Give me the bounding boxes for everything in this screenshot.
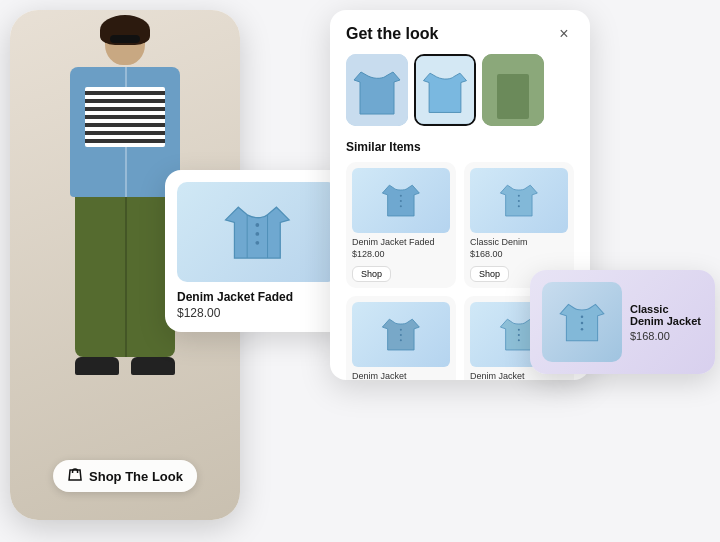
svg-point-15 <box>400 339 402 341</box>
svg-point-17 <box>518 334 520 336</box>
product-preview-title: Denim Jacket Faded <box>177 290 338 304</box>
person-head <box>105 20 145 65</box>
svg-point-21 <box>581 328 583 330</box>
item-image-2 <box>470 168 568 233</box>
classic-denim-popup: Classic Denim Jacket $168.00 <box>530 270 715 374</box>
denim-jacket-preview-icon <box>201 197 314 267</box>
svg-point-10 <box>518 195 520 197</box>
svg-point-18 <box>518 339 520 341</box>
modal-close-button[interactable]: × <box>554 24 574 44</box>
thumbnail-1[interactable] <box>346 54 408 126</box>
list-item[interactable]: Classic Denim $168.00 Shop <box>464 162 574 288</box>
person-shoes <box>75 357 175 377</box>
classic-popup-title: Classic Denim Jacket <box>630 303 703 327</box>
svg-point-14 <box>400 334 402 336</box>
classic-popup-info: Classic Denim Jacket $168.00 <box>630 303 703 342</box>
item-image-1 <box>352 168 450 233</box>
classic-popup-price: $168.00 <box>630 330 703 342</box>
svg-point-13 <box>400 329 402 331</box>
bag-icon <box>67 468 83 484</box>
svg-point-11 <box>518 200 520 202</box>
left-shoe <box>75 357 119 375</box>
product-preview-price: $128.00 <box>177 306 338 320</box>
svg-point-16 <box>518 329 520 331</box>
item-shop-button-1[interactable]: Shop <box>352 266 391 282</box>
classic-jacket-icon <box>556 296 608 348</box>
thumbnail-2[interactable] <box>414 54 476 126</box>
svg-point-12 <box>518 206 520 208</box>
modal-title: Get the look <box>346 25 438 43</box>
person-pants <box>75 197 175 357</box>
svg-point-1 <box>256 232 260 236</box>
right-shoe <box>131 357 175 375</box>
modal-header: Get the look × <box>330 10 590 54</box>
svg-point-9 <box>400 206 402 208</box>
thumbnail-strip <box>330 54 590 136</box>
item-shop-button-2[interactable]: Shop <box>470 266 509 282</box>
svg-point-20 <box>581 322 583 324</box>
shop-look-button[interactable]: Shop The Look <box>53 460 197 492</box>
product-preview-image <box>177 182 338 282</box>
svg-point-8 <box>400 200 402 202</box>
svg-point-7 <box>400 195 402 197</box>
item-image-3 <box>352 302 450 367</box>
item-name-3: Denim Jacket <box>352 371 450 380</box>
item-name-1: Denim Jacket Faded <box>352 237 450 248</box>
classic-popup-image <box>542 282 622 362</box>
svg-rect-6 <box>497 74 529 119</box>
thumbnail-3[interactable] <box>482 54 544 126</box>
list-item[interactable]: Denim Jacket $128.00 <box>346 296 456 380</box>
person-sunglasses <box>110 35 140 43</box>
svg-point-0 <box>256 223 260 227</box>
person-jacket <box>70 67 180 197</box>
item-name-2: Classic Denim <box>470 237 568 248</box>
item-price-2: $168.00 <box>470 249 568 259</box>
svg-point-2 <box>256 241 260 245</box>
product-preview-card: Denim Jacket Faded $128.00 <box>165 170 350 332</box>
person-shirt <box>85 87 165 147</box>
shop-look-label: Shop The Look <box>89 469 183 484</box>
similar-items-label: Similar Items <box>330 136 590 162</box>
svg-point-19 <box>581 316 583 318</box>
list-item[interactable]: Denim Jacket Faded $128.00 Shop <box>346 162 456 288</box>
item-price-1: $128.00 <box>352 249 450 259</box>
